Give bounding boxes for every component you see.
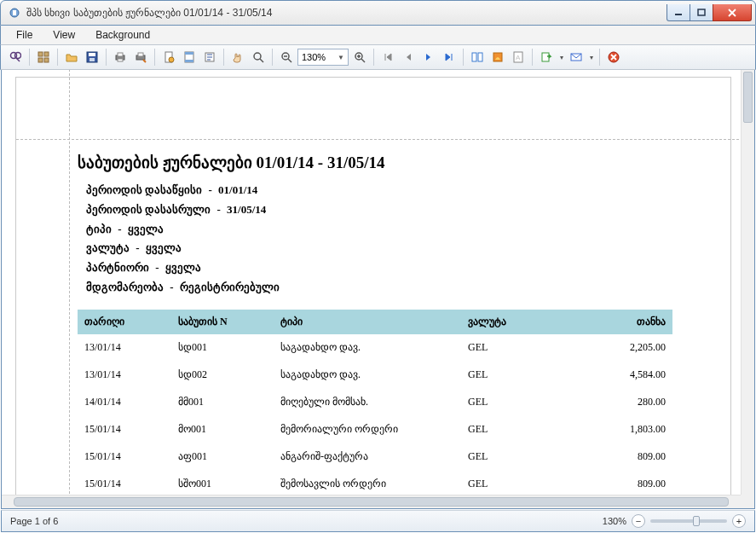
cell-type: საგადახდო დავ.: [274, 334, 461, 362]
margin-guide-v: [69, 70, 70, 495]
svg-point-20: [169, 57, 174, 62]
window-titlebar: შპს სხივი საბუთების ჟურნალები 01/01/14 -…: [0, 0, 756, 26]
cell-amount: 1,803.00: [572, 416, 672, 443]
report-table: თარიღი საბუთის N ტიპი ვალუტა თანხა 13/01…: [78, 310, 672, 495]
meta-type-value: ყველა: [128, 223, 164, 235]
cell-type: მიღებული მომსახ.: [274, 389, 461, 416]
meta-partner-value: ყველა: [165, 261, 201, 274]
meta-status-value: რეგისტრირებული: [180, 281, 280, 293]
menu-file[interactable]: File: [8, 27, 41, 43]
zoom-out-button[interactable]: −: [632, 514, 645, 528]
cell-docno: სდ002: [171, 362, 274, 389]
document-canvas[interactable]: საბუთების ჟურნალები 01/01/14 - 31/05/14 …: [2, 70, 741, 495]
zoom-value: 130%: [302, 52, 326, 62]
search-icon[interactable]: [6, 48, 25, 67]
quick-print-icon[interactable]: [131, 48, 150, 67]
report-title: საბუთების ჟურნალები 01/01/14 - 31/05/14: [78, 153, 672, 172]
cell-docno: მო001: [171, 416, 274, 443]
vertical-scrollbar[interactable]: [741, 70, 754, 495]
svg-rect-15: [118, 53, 123, 56]
menu-view[interactable]: View: [44, 27, 84, 43]
menu-background[interactable]: Background: [87, 27, 159, 43]
cell-date: 13/01/14: [78, 334, 171, 362]
page-setup-icon[interactable]: [159, 48, 178, 67]
table-row: 15/01/14სშო001შემოსავლის ორდერიGEL809.00: [78, 471, 672, 495]
cell-date: 15/01/14: [78, 471, 171, 495]
cell-amount: 809.00: [572, 471, 672, 495]
meta-currency-label: ვალუტა: [86, 241, 130, 254]
report-meta: პერიოდის დასაწყისი - 01/01/14 პერიოდის დ…: [78, 181, 672, 298]
close-preview-icon[interactable]: [604, 48, 623, 67]
horizontal-scrollbar[interactable]: [2, 495, 741, 508]
svg-rect-34: [472, 53, 476, 61]
col-date: თარიღი: [78, 310, 171, 334]
scrollbar-thumb[interactable]: [14, 497, 729, 507]
hand-tool-icon[interactable]: [228, 48, 247, 67]
prev-page-icon[interactable]: [399, 48, 418, 67]
first-page-icon[interactable]: [378, 48, 397, 67]
col-docno: საბუთის N: [171, 310, 274, 334]
zoom-out-icon[interactable]: [277, 48, 296, 67]
cell-currency: GEL: [461, 362, 572, 389]
table-row: 14/01/14მმ001მიღებული მომსახ.GEL280.00: [78, 389, 672, 416]
svg-rect-10: [44, 58, 49, 62]
next-page-icon[interactable]: [419, 48, 438, 67]
cell-currency: GEL: [461, 389, 572, 416]
zoom-slider[interactable]: [650, 519, 727, 523]
svg-rect-22: [185, 52, 193, 55]
minimize-button[interactable]: [667, 4, 690, 21]
save-icon[interactable]: [83, 48, 101, 67]
header-footer-icon[interactable]: [180, 48, 199, 67]
table-row: 15/01/14აფ001ანგარიშ-ფაქტურაGEL809.00: [78, 443, 672, 471]
svg-rect-2: [675, 14, 682, 15]
table-row: 15/01/14მო001მემორიალური ორდერიGEL1,803.…: [78, 416, 672, 443]
scrollbar-thumb[interactable]: [743, 72, 753, 123]
last-page-icon[interactable]: [440, 48, 459, 67]
meta-status-label: მდგომარეობა: [86, 281, 164, 293]
meta-type-label: ტიპი: [86, 223, 112, 235]
svg-rect-18: [138, 53, 143, 56]
close-button[interactable]: [713, 4, 752, 21]
cell-docno: სდ001: [171, 334, 274, 362]
zoom-in-button[interactable]: +: [732, 514, 746, 528]
svg-line-29: [288, 59, 291, 62]
svg-rect-7: [38, 52, 43, 56]
window-title: შპს სხივი საბუთების ჟურნალები 01/01/14 -…: [26, 7, 667, 19]
open-icon[interactable]: [62, 48, 81, 67]
magnifier-icon[interactable]: [249, 48, 268, 67]
print-icon[interactable]: [111, 48, 130, 67]
maximize-button[interactable]: [690, 4, 713, 21]
cell-amount: 809.00: [572, 443, 672, 471]
zoom-in-icon[interactable]: [350, 48, 369, 67]
cell-docno: აფ001: [171, 443, 274, 471]
export-dropdown-icon[interactable]: ▾: [557, 48, 565, 67]
thumbnails-icon[interactable]: [34, 48, 53, 67]
meta-period-start: 01/01/14: [218, 183, 257, 196]
zoom-combo[interactable]: 130% ▼: [297, 49, 349, 66]
multipage-icon[interactable]: [468, 48, 487, 67]
table-header-row: თარიღი საბუთის N ტიპი ვალუტა თანხა: [78, 310, 672, 334]
scale-icon[interactable]: [200, 48, 219, 67]
col-currency: ვალუტა: [461, 310, 572, 334]
col-amount: თანხა: [572, 310, 672, 334]
email-dropdown-icon[interactable]: ▾: [587, 48, 595, 67]
cell-currency: GEL: [461, 471, 572, 495]
svg-rect-16: [118, 59, 123, 61]
margin-guide-h: [16, 139, 741, 140]
cell-type: მემორიალური ორდერი: [274, 416, 461, 443]
cell-amount: 2,205.00: [572, 334, 672, 362]
svg-line-33: [361, 59, 365, 62]
watermark-icon[interactable]: A: [509, 48, 528, 67]
toolbar: 130% ▼ A ▾ ▾: [0, 44, 756, 70]
email-icon[interactable]: [567, 48, 586, 67]
color-icon[interactable]: [488, 48, 507, 67]
export-document-icon[interactable]: [537, 48, 556, 67]
zoom-slider-knob[interactable]: [693, 516, 700, 526]
svg-rect-1: [13, 10, 16, 15]
svg-rect-35: [478, 53, 482, 61]
meta-partner-label: პარტნიორი: [86, 261, 149, 274]
meta-period-end: 31/05/14: [227, 203, 266, 216]
status-zoom-value: 130%: [603, 516, 626, 526]
svg-rect-12: [89, 53, 95, 56]
app-icon: [8, 6, 21, 20]
